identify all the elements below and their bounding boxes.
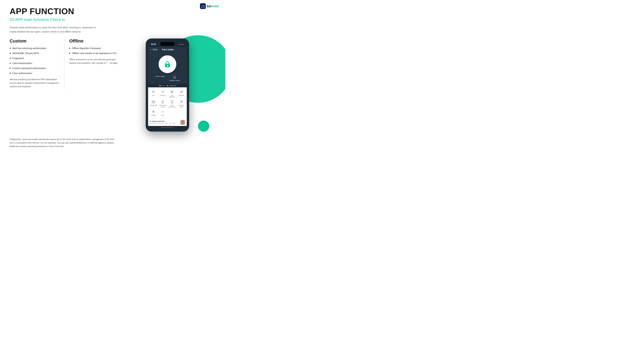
settings-icon [151, 110, 156, 114]
gateway-unlock[interactable]: Gateway unlock [169, 76, 180, 81]
lock-icon [163, 60, 172, 68]
page-title: APP FUNCTION [10, 6, 216, 16]
add-face-label: Add face [179, 95, 184, 96]
svg-point-2 [201, 7, 202, 8]
custom-note1: WeChat unlocking and Wishome APP authori… [10, 78, 61, 88]
grid-item-settings[interactable]: Settings [149, 109, 158, 117]
svg-point-13 [162, 91, 163, 92]
grid-item-add-face[interactable]: Add face [177, 89, 186, 99]
grid-menu: Key Add pwd Add fingerprint [148, 87, 187, 118]
grid-item-key[interactable]: Key [149, 89, 158, 99]
lock-status-icon: 🔒 [167, 85, 168, 86]
phone-auth-label: Phone authorization [168, 105, 176, 108]
grid-item-fingerprint[interactable]: Add fingerprint [168, 89, 177, 99]
offline-bullet-list: Offline Algorithm Password Offline card … [69, 46, 119, 55]
list-item: Custom password authorization [10, 66, 61, 70]
signal-icon: ▪▪▪ [179, 43, 181, 45]
svg-point-16 [162, 92, 163, 92]
nav-back-button[interactable]: ‹ < Back [150, 48, 158, 51]
grid-item-remote-control[interactable]: Add remote control [158, 99, 168, 109]
lock-circle[interactable] [158, 55, 176, 73]
svg-point-33 [162, 112, 163, 112]
lock-area: Click to unlock Gateway unlock [148, 52, 187, 84]
subtitle-plain: 03-APP main functions [10, 17, 50, 22]
back-label: < Back [152, 48, 158, 51]
remote-control-icon [160, 100, 165, 104]
add-pwd-label: Add pwd [160, 95, 165, 96]
battery-level: 🔋 100% [159, 85, 165, 86]
svg-rect-0 [200, 3, 206, 9]
green-circle-small-decoration [198, 120, 209, 132]
battery-bar: 🔋 100% 🔒 Locking-off [148, 84, 187, 87]
notification-avatar [180, 120, 185, 125]
page-subtitle: 03-APP main functions Check in [10, 17, 216, 22]
click-to-unlock-label: Click to unlock [155, 76, 164, 77]
key-label: Key [152, 95, 154, 96]
description: Tenants need authorization to open the d… [10, 25, 103, 34]
list-item: Offline card (needs to be operated on PC… [69, 51, 119, 55]
custom-section: Custom WeChat unlocking authorization WI… [10, 38, 64, 90]
fingerprint-icon [170, 90, 174, 94]
more-icon [160, 110, 165, 114]
sub-admin-label: Add sub admin [178, 105, 186, 108]
notification-title: Kaissar smart lock [150, 120, 179, 122]
logo-label: kaisstar [207, 4, 219, 8]
svg-rect-23 [162, 100, 164, 103]
settings-label: Settings [151, 115, 156, 116]
key-icon [151, 90, 156, 94]
svg-point-14 [164, 91, 164, 92]
more-label: More [161, 115, 164, 116]
lock-bottom-row: Click to unlock Gateway unlock [150, 75, 185, 82]
add-face-icon [179, 90, 184, 94]
grid-item-add-pwd[interactable]: Add pwd [158, 89, 168, 99]
locking-status: 🔒 Locking-off [167, 85, 176, 86]
svg-point-28 [181, 101, 182, 102]
phone-screen: 09:42 ▪▪▪ ▾ ▪▪ ‹ < Back Face locke [148, 41, 187, 129]
battery-icon-small: 🔋 [159, 85, 161, 86]
notification-text: Kaissar smart lock Today 09:40 Unlock wi… [150, 120, 179, 124]
custom-title: Custom [10, 38, 61, 44]
svg-point-36 [182, 121, 184, 123]
adding-card-icon [151, 100, 156, 104]
notification-bar: Kaissar smart lock Today 09:40 Unlock wi… [148, 118, 187, 126]
logo: kaisstar [200, 3, 219, 9]
gateway-icon [173, 76, 176, 79]
gateway-unlock-label: Gateway unlock [169, 80, 180, 81]
phone-auth-icon [170, 100, 174, 104]
grid-item-adding-card[interactable]: Adding card [149, 99, 158, 109]
subtitle-colored: Check in [50, 17, 65, 22]
offline-title: Offline [69, 38, 119, 44]
home-indicator [148, 126, 187, 129]
chevron-left-icon: ‹ [150, 48, 151, 51]
custom-note2: Fingerprints, cards and custom passwords… [10, 138, 116, 148]
grid-item-sub-admin[interactable]: Add sub admin [177, 99, 186, 109]
list-item: Card Authorization [10, 61, 61, 65]
nav-title: Face locke [159, 48, 177, 51]
offline-note: Offline passwords can be automatically g… [69, 58, 119, 65]
svg-point-12 [162, 91, 162, 92]
home-bar [161, 127, 174, 128]
svg-rect-5 [167, 65, 168, 66]
list-item: WISHOME (Tenant APP) [10, 51, 61, 55]
dynamic-island [160, 42, 175, 46]
status-bar: 09:42 ▪▪▪ ▾ ▪▪ [148, 41, 187, 47]
list-item: Face authorization [10, 71, 61, 75]
list-item: Fingerprint [10, 56, 61, 60]
svg-point-17 [164, 92, 164, 92]
wifi-icon: ▾ [181, 43, 182, 45]
svg-point-32 [162, 112, 162, 112]
click-to-unlock[interactable]: Click to unlock [155, 76, 164, 77]
offline-section: Offline Offline Algorithm Password Offli… [64, 38, 119, 90]
list-item: WeChat unlocking authorization [10, 46, 61, 50]
grid-item-more[interactable]: More [158, 109, 168, 117]
notification-dot [150, 121, 151, 122]
remote-control-label: Add remote control [159, 105, 167, 108]
svg-point-34 [163, 112, 164, 112]
custom-bullet-list: WeChat unlocking authorization WISHOME (… [10, 46, 61, 75]
lock-status-label: Locking-off [169, 85, 176, 86]
svg-point-15 [162, 92, 162, 92]
add-pwd-icon [160, 90, 165, 94]
grid-item-phone-auth[interactable]: Phone authorization [168, 99, 177, 109]
svg-rect-21 [152, 101, 155, 103]
battery-icon: ▪▪ [183, 43, 184, 45]
